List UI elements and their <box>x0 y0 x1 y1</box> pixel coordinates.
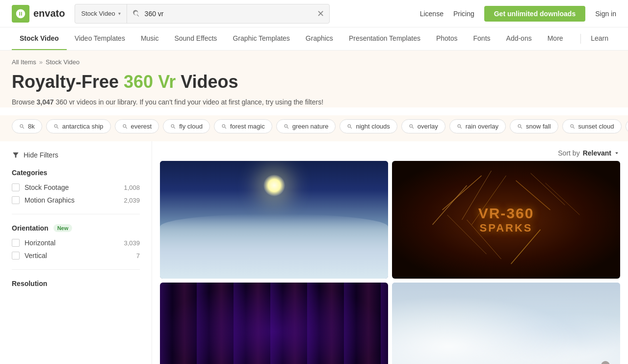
tag-everest[interactable]: everest <box>115 119 159 133</box>
sparks-title-line2: SPARKS <box>478 222 534 234</box>
clear-search-button[interactable]: ✕ <box>312 8 329 19</box>
tag-te[interactable]: te <box>626 119 628 133</box>
filter-item-stock-footage: Stock Footage 1,008 <box>12 183 140 191</box>
checkbox-horizontal[interactable] <box>12 239 20 247</box>
filter-icon <box>12 151 20 159</box>
search-icon-tag4 <box>170 124 176 130</box>
nav-item-photos[interactable]: Photos <box>428 27 466 50</box>
sign-in-link[interactable]: Sign in <box>595 10 616 18</box>
nav-item-presentation-templates[interactable]: Presentation Templates <box>341 27 428 50</box>
nav-item-music[interactable]: Music <box>133 27 167 50</box>
hero-area: All Items » Stock Video Royalty-Free 360… <box>0 51 628 107</box>
breadcrumb: All Items » Stock Video <box>12 58 616 66</box>
filter-item-left2: Motion Graphics <box>12 196 75 204</box>
categories-section: Categories Stock Footage 1,008 Motion Gr… <box>12 169 140 204</box>
filter-count-stock-footage: 1,008 <box>124 184 140 191</box>
filter-label-vertical: Vertical <box>25 252 47 260</box>
sort-by-label: Sort by <box>558 149 579 157</box>
logo-icon <box>12 5 29 23</box>
filter-item-horizontal: Horizontal 3,039 <box>12 239 140 247</box>
title-prefix: Royalty-Free <box>12 72 124 92</box>
nav-item-video-templates[interactable]: Video Templates <box>67 27 133 50</box>
page-title: Royalty-Free 360 Vr Videos <box>12 72 616 92</box>
get-unlimited-button[interactable]: Get unlimited downloads <box>484 6 585 22</box>
breadcrumb-separator: » <box>39 58 43 66</box>
nav-item-graphics[interactable]: Graphics <box>298 27 341 50</box>
sort-chevron-icon <box>613 150 620 156</box>
breadcrumb-stock-video[interactable]: Stock Video <box>46 58 79 66</box>
tag-rain-overlay[interactable]: rain overlay <box>449 119 506 133</box>
search-icon-tag7 <box>347 124 353 130</box>
resolution-section: Resolution <box>12 280 140 287</box>
search-input[interactable] <box>145 10 313 18</box>
sort-value-button[interactable]: Relevant <box>583 149 620 157</box>
tag-snow-fall[interactable]: snow fall <box>510 119 558 133</box>
header-nav: License Pricing Get unlimited downloads … <box>420 6 616 22</box>
grid-item-sparks[interactable]: VR-360 SPARKS <box>392 161 620 279</box>
search-icon-tag9 <box>457 124 463 130</box>
hide-filters-button[interactable]: Hide Filters <box>12 151 140 159</box>
search-icon-tag8 <box>409 124 415 130</box>
filter-label-horizontal: Horizontal <box>25 239 55 247</box>
categories-title: Categories <box>12 169 140 177</box>
nav-item-learn[interactable]: Learn <box>583 27 616 50</box>
filter-item-motion-graphics: Motion Graphics 2,039 <box>12 196 140 204</box>
svg-line-4 <box>531 173 565 205</box>
sidebar-divider-2 <box>12 269 140 270</box>
main-layout: Hide Filters Categories Stock Footage 1,… <box>0 141 628 364</box>
svg-line-8 <box>511 230 541 264</box>
svg-line-0 <box>443 176 482 210</box>
nav-item-sound-effects[interactable]: Sound Effects <box>166 27 225 50</box>
chevron-down-icon: ▾ <box>118 11 121 16</box>
nav-item-fonts[interactable]: Fonts <box>466 27 498 50</box>
nav-item-stock-video[interactable]: Stock Video <box>12 27 67 50</box>
license-link[interactable]: License <box>420 10 444 18</box>
nav-bar: Stock Video Video Templates Music Sound … <box>0 27 628 51</box>
search-category-selector[interactable]: Stock Video ▾ <box>75 4 127 23</box>
search-icon-tag <box>19 124 25 130</box>
search-icon-tag3 <box>122 124 128 130</box>
tag-overlay[interactable]: overlay <box>401 119 445 133</box>
grid-item-clouds[interactable] <box>160 161 388 279</box>
checkbox-stock-footage[interactable] <box>12 183 20 191</box>
search-icon-tag10 <box>517 124 523 130</box>
hero-description: Browse 3,047 360 vr videos in our librar… <box>12 97 355 107</box>
grid-item-wormhole[interactable]: 360 Vr Space Wormhole Pack <box>160 283 388 364</box>
tag-fly-cloud[interactable]: fly cloud <box>163 119 210 133</box>
nav-item-graphic-templates[interactable]: Graphic Templates <box>225 27 297 50</box>
search-category-label: Stock Video <box>81 10 115 17</box>
title-suffix: Videos <box>181 72 238 92</box>
breadcrumb-all-items[interactable]: All Items <box>12 58 36 66</box>
sidebar-divider-1 <box>12 214 140 214</box>
orientation-header: Orientation New <box>12 224 140 232</box>
orientation-title: Orientation <box>12 224 49 232</box>
filter-count-vertical: 7 <box>136 252 140 260</box>
hero-desc-suffix: 360 vr videos in our library. If you can… <box>54 98 323 106</box>
tag-forest-magic[interactable]: forest magic <box>214 119 272 133</box>
sort-row: Sort by Relevant <box>160 141 620 161</box>
tag-night-clouds[interactable]: night clouds <box>340 119 397 133</box>
tag-sunset-cloud[interactable]: sunset cloud <box>562 119 622 133</box>
title-highlight: 360 Vr <box>124 72 176 92</box>
resolution-title: Resolution <box>12 280 140 287</box>
nav-item-add-ons[interactable]: Add-ons <box>498 27 540 50</box>
tag-8k[interactable]: 8k <box>12 119 42 133</box>
content-area: Sort by Relevant <box>152 141 628 364</box>
search-bar: Stock Video ▾ ✕ <box>75 4 330 24</box>
sparks-title-line1: VR-360 <box>478 205 534 222</box>
tags-row: 8k antarctica ship everest fly cloud for… <box>0 115 628 141</box>
tag-antarctica-ship[interactable]: antarctica ship <box>46 119 111 133</box>
checkbox-motion-graphics[interactable] <box>12 196 20 204</box>
moon <box>263 175 285 196</box>
nav-item-more[interactable]: More <box>540 27 571 50</box>
filter-item-horiz-left: Horizontal <box>12 239 55 247</box>
pricing-link[interactable]: Pricing <box>453 10 474 18</box>
checkbox-vertical[interactable] <box>12 252 20 260</box>
tag-green-nature[interactable]: green nature <box>276 119 336 133</box>
search-icon-tag2 <box>53 124 59 130</box>
sidebar: Hide Filters Categories Stock Footage 1,… <box>0 141 152 364</box>
filter-count-horizontal: 3,039 <box>124 239 140 247</box>
filter-label-stock-footage: Stock Footage <box>25 183 69 191</box>
logo[interactable]: envato <box>12 5 65 23</box>
grid-item-clouds2[interactable] <box>392 283 620 364</box>
